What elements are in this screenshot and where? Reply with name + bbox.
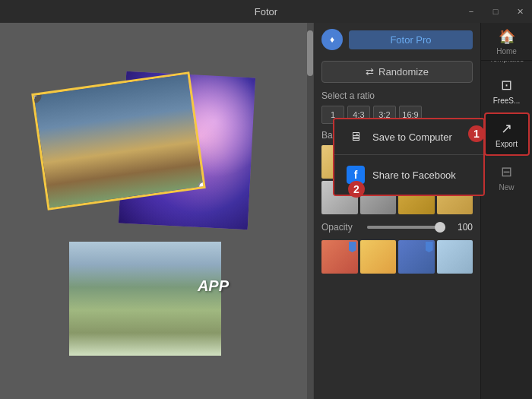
opacity-slider[interactable] xyxy=(367,226,445,229)
sidebar-item-new[interactable]: ⊟ New xyxy=(484,157,530,198)
scrollbar-thumb[interactable] xyxy=(307,30,313,76)
scrollbar[interactable] xyxy=(307,23,313,399)
pro-button[interactable]: Fotor Pro xyxy=(349,30,473,49)
texture-grid-2 xyxy=(314,237,480,277)
bookmark-icon-11 xyxy=(426,242,433,252)
randomize-icon: ⇄ xyxy=(366,66,374,78)
export-icon: ↗ xyxy=(501,120,512,137)
opacity-label: Opacity xyxy=(321,222,361,233)
home-button[interactable]: 🏠 Home xyxy=(480,23,532,61)
title-bar: Fotor − □ ✕ xyxy=(0,0,532,23)
new-label: New xyxy=(499,183,514,192)
opacity-fill xyxy=(367,226,445,229)
window-controls: − □ ✕ xyxy=(459,0,532,23)
sidebar-item-export[interactable]: ↗ Export xyxy=(484,112,530,156)
right-panel: ♦ Fotor Pro ⇄ Randomize Select a ratio 1… xyxy=(313,23,480,399)
photo-frame-landscape[interactable]: + xyxy=(31,71,206,211)
diamond-icon: ♦ xyxy=(330,34,334,45)
export-label: Export xyxy=(496,140,518,148)
texture-cell-11[interactable] xyxy=(398,240,435,274)
app-title: Fotor xyxy=(255,6,277,17)
freestyle-label: FreeS... xyxy=(493,97,521,105)
opacity-thumb[interactable] xyxy=(435,222,445,233)
opacity-value: 100 xyxy=(451,222,473,233)
main-layout: + APP ♦ Fotor Pro ⇄ Randomize Select a r… xyxy=(0,23,532,399)
sidebar-item-freestyle[interactable]: ⊡ FreeS... xyxy=(484,71,530,111)
opacity-row: Opacity 100 xyxy=(314,217,480,237)
close-button[interactable]: ✕ xyxy=(508,0,532,23)
randomize-label: Randomize xyxy=(378,66,429,78)
home-label: Home xyxy=(496,47,517,55)
bookmark-icon-9 xyxy=(349,242,356,252)
save-to-computer-item[interactable]: 🖥 Save to Computer xyxy=(334,119,483,154)
texture-cell-9[interactable] xyxy=(321,240,358,274)
new-icon: ⊟ xyxy=(501,163,512,180)
computer-icon: 🖥 xyxy=(347,130,365,144)
maximize-button[interactable]: □ xyxy=(483,0,508,23)
collage-container: + APP xyxy=(24,52,290,371)
home-icon: 🏠 xyxy=(499,28,515,45)
far-right-sidebar: ⊞ Templates ⊡ FreeS... ↗ Export ⊟ New xyxy=(480,23,532,399)
pro-header: ♦ Fotor Pro xyxy=(314,23,480,56)
randomize-button[interactable]: ⇄ Randomize xyxy=(321,61,473,83)
texture-cell-12[interactable] xyxy=(437,240,473,274)
canvas-area: + APP xyxy=(0,23,313,399)
texture-cell-10[interactable] xyxy=(360,240,397,274)
aerial-photo xyxy=(69,242,221,356)
photo-frame-aerial xyxy=(69,242,221,356)
minimize-button[interactable]: − xyxy=(459,0,483,23)
badge-1: 1 xyxy=(468,125,485,142)
landscape-photo xyxy=(34,74,204,207)
pro-badge-icon: ♦ xyxy=(321,29,343,50)
freestyle-icon: ⊡ xyxy=(501,77,512,93)
badge-2: 2 xyxy=(348,181,365,198)
app-text-overlay: APP xyxy=(198,277,229,295)
select-ratio-label: Select a ratio xyxy=(314,87,480,103)
save-to-computer-label: Save to Computer xyxy=(372,131,452,143)
share-to-facebook-label: Share to Facebook xyxy=(372,169,456,181)
